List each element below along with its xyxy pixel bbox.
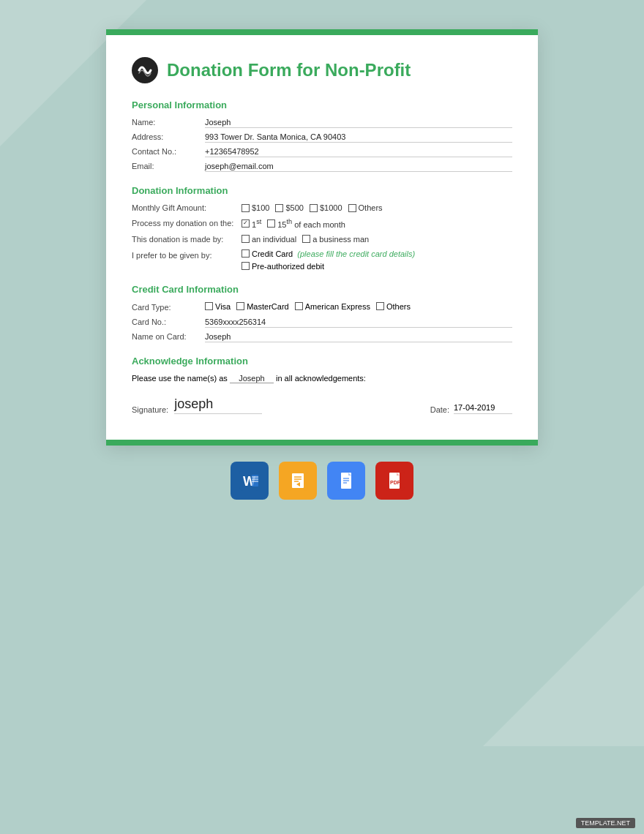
checkbox-amex[interactable] [295,302,303,310]
preauth-label: Pre-authorized debit [252,262,324,271]
name-on-card-value: Joseph [205,332,512,342]
process-1st-label: 1st [252,218,261,229]
card-no-label: Card No.: [132,318,205,326]
card-no-row: Card No.: 5369xxxx256314 [132,318,512,328]
signature-value: joseph [174,397,262,414]
checkbox-business[interactable] [302,235,310,243]
checkbox-100[interactable] [242,204,250,212]
mastercard-label: MasterCard [247,302,288,311]
amex-label: American Express [305,302,370,311]
card-others-label: Others [386,302,411,311]
email-value: joseph@email.com [205,162,512,172]
prefer-options: Credit Card (please fill the credit card… [242,249,415,271]
business-label: a business man [312,235,369,244]
process-15th-label: 15th of each month [277,218,345,229]
email-label: Email: [132,162,205,170]
name-on-card-label: Name on Card: [132,332,205,341]
card-mastercard: MasterCard [236,302,288,311]
date-label: Date: [430,405,449,414]
doc-title: Donation Form for Non-Profit [167,60,411,80]
checkbox-credit-card[interactable] [242,249,250,258]
card-type-options: Visa MasterCard American Express Others [205,302,411,311]
watermark: TEMPLATE.NET [576,818,635,828]
checkbox-500[interactable] [275,204,283,212]
contact-label: Contact No.: [132,147,205,156]
doc-header: Donation Form for Non-Profit [132,57,512,83]
pages-icon[interactable] [279,462,317,500]
process-label: Process my donation on the: [132,219,242,228]
amount-1000-label: $1000 [320,203,342,212]
amount-500: $500 [275,203,303,212]
address-label: Address: [132,132,205,141]
signature-label: Signature: [132,405,168,414]
amount-100-label: $100 [252,203,269,212]
checkbox-others[interactable] [348,204,356,212]
checkbox-1000[interactable] [310,204,318,212]
personal-section-title: Personal Information [132,99,512,110]
prefer-credit-card: Credit Card (please fill the credit card… [242,249,415,258]
process-1st: 1st [242,218,261,229]
made-business: a business man [302,235,369,244]
address-value: 993 Tower Dr. Santa Monica, CA 90403 [205,132,512,143]
prefer-label: I prefer to be given by: [132,249,242,260]
ack-name-value: Joseph [230,374,274,383]
visa-label: Visa [215,302,231,311]
google-docs-icon[interactable] [327,462,365,500]
credit-card-section-title: Credit Card Information [132,284,512,295]
pdf-icon[interactable]: PDF [375,462,413,500]
checkbox-mastercard[interactable] [236,302,244,310]
made-individual: an individual [242,235,296,244]
name-row: Name: Joseph [132,118,512,128]
amount-1000: $1000 [310,203,342,212]
checkbox-visa[interactable] [205,302,213,310]
card-type-label: Card Type: [132,303,205,312]
card-others: Others [376,302,411,311]
process-15th: 15th of each month [267,218,345,229]
sig-block: Signature: joseph [132,397,262,414]
ack-section-title: Acknowledge Information [132,356,512,367]
process-row: Process my donation on the: 1st 15th of … [132,218,512,229]
name-on-card-row: Name on Card: Joseph [132,332,512,342]
made-by-row: This donation is made by: an individual … [132,235,512,244]
date-value: 17-04-2019 [454,403,512,414]
ack-text-after: in all acknowledgements: [276,374,366,383]
date-block: Date: 17-04-2019 [430,403,512,414]
process-options: 1st 15th of each month [242,218,345,229]
amount-500-label: $500 [285,203,303,212]
name-value: Joseph [205,118,512,128]
contact-value: +12365478952 [205,147,512,157]
logo-icon [132,57,158,83]
prefer-preauth: Pre-authorized debit [242,262,415,271]
checkbox-preauth[interactable] [242,262,250,270]
bg-decoration-br [483,585,644,746]
individual-label: an individual [252,235,296,244]
document-wrapper: Donation Form for Non-Profit Personal In… [106,29,538,446]
checkbox-15th[interactable] [267,219,275,228]
card-type-row: Card Type: Visa MasterCard American Expr… [132,302,512,312]
sig-row: Signature: joseph Date: 17-04-2019 [132,397,512,414]
svg-rect-8 [292,473,304,488]
word-icon[interactable]: W [231,462,269,500]
amount-others: Others [348,203,383,212]
contact-row: Contact No.: +12365478952 [132,147,512,157]
svg-text:PDF: PDF [390,480,401,485]
made-by-label: This donation is made by: [132,235,242,244]
checkbox-card-others[interactable] [376,302,384,310]
email-row: Email: joseph@email.com [132,162,512,172]
name-label: Name: [132,118,205,127]
checkbox-1st[interactable] [242,219,250,228]
donation-section-title: Donation Information [132,185,512,196]
svg-rect-3 [252,475,258,487]
credit-card-label: Credit Card [252,249,293,258]
amount-others-label: Others [359,203,383,212]
monthly-gift-options: $100 $500 $1000 Others [242,203,383,212]
address-row: Address: 993 Tower Dr. Santa Monica, CA … [132,132,512,143]
monthly-gift-row: Monthly Gift Amount: $100 $500 $1000 Oth… [132,203,512,212]
ack-row: Please use the name(s) as Joseph in all … [132,374,512,383]
card-amex: American Express [295,302,370,311]
prefer-row: I prefer to be given by: Credit Card (pl… [132,249,512,271]
credit-card-note: (please fill the credit card details) [295,249,415,258]
bottom-icons-row: W PDF [231,462,413,500]
made-by-options: an individual a business man [242,235,369,244]
checkbox-individual[interactable] [242,235,250,243]
